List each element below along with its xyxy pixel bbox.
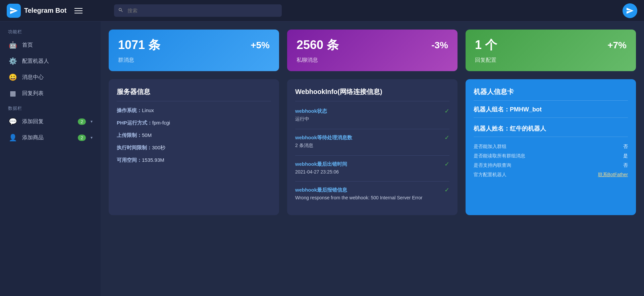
webhook-item-last-error-time: webhook最后出错时间 ✓ 2021-04-27 23:25:06: [295, 160, 449, 175]
webhook-pending-value: 2 条消息: [295, 143, 449, 149]
search-icon: [118, 7, 123, 14]
server-php: PHP运行方式：fpm-fcgi: [117, 120, 271, 126]
server-os: 操作系统：Linux: [117, 107, 271, 114]
webhook-info-title: WebhookInfo(网络连接信息): [295, 87, 449, 101]
bot-info-row-read-all: 是否能读取所有群组消息 是: [474, 153, 628, 159]
webhook-info-card: WebhookInfo(网络连接信息) webhook状态 ✓ 运行中 webh…: [287, 79, 458, 215]
server-exec-limit: 执行时间限制：300秒: [117, 145, 271, 151]
message-icon: 😀: [8, 73, 17, 81]
stat-change: +7%: [607, 40, 627, 51]
stat-card-group-messages: 1071 条 +5% 群消息: [109, 30, 279, 71]
bot-read-all-label: 是否能读取所有群组消息: [474, 153, 525, 159]
add-reply-icon: 💬: [8, 117, 17, 126]
webhook-check-icon: ✓: [444, 134, 449, 141]
webhook-item-status: webhook状态 ✓ 运行中: [295, 107, 449, 122]
server-exec-text: 执行时间限制：300秒: [117, 145, 165, 150]
bot-official-config-value[interactable]: 联系BotFather: [598, 172, 628, 178]
bot-display-name: 机器人姓名：红牛的机器人: [474, 125, 628, 137]
sidebar-item-label: 消息中心: [22, 74, 93, 81]
reply-list-icon: ▦: [8, 89, 17, 97]
bot-official-config-label: 官方配置机器人: [474, 172, 506, 178]
sidebar-item-label: 首页: [22, 42, 93, 49]
server-upload-limit: 上传限制：50M: [117, 132, 271, 139]
sidebar-item-reply-list[interactable]: ▦ 回复列表: [0, 85, 101, 101]
stat-number: 1 个: [475, 37, 497, 53]
server-upload-text: 上传限制：50M: [117, 132, 152, 138]
header-right: [623, 3, 637, 18]
webhook-check-icon: ✓: [444, 107, 449, 115]
webhook-last-error-time-value: 2021-04-27 23:25:06: [295, 169, 449, 175]
chevron-down-icon: ▾: [91, 119, 93, 124]
sidebar-item-label: 配置机器人: [22, 58, 93, 65]
stat-number: 2560 条: [297, 37, 339, 53]
bot-read-all-value: 是: [623, 153, 628, 159]
header: Telegram Bot: [0, 0, 644, 21]
sidebar-item-add-reply[interactable]: 💬 添加回复 2 ▾: [0, 113, 101, 130]
webhook-item-pending: webhook等待处理消息数 ✓ 2 条消息: [295, 134, 449, 149]
config-icon: ⚙️: [8, 57, 17, 65]
bot-inline-value: 否: [623, 162, 628, 168]
sidebar-item-home[interactable]: 🤖 首页: [0, 37, 101, 53]
main-layout: 功能栏 🤖 首页 ⚙️ 配置机器人 😀 消息中心 ▦ 回复列表 数据栏 💬 添加…: [0, 21, 644, 296]
telegram-icon[interactable]: [623, 3, 637, 18]
bot-info-section-title: 机器人信息卡: [474, 87, 628, 101]
server-php-text: PHP运行方式：fpm-fcgi: [117, 120, 170, 126]
stat-number: 1071 条: [118, 37, 160, 53]
sidebar-item-label: 回复列表: [22, 90, 93, 97]
server-info-title: 服务器信息: [117, 87, 271, 101]
bot-join-group-label: 是否能加入群组: [474, 144, 506, 150]
add-reply-badge: 2: [78, 118, 86, 125]
webhook-status-value: 运行中: [295, 116, 449, 122]
sidebar-item-label: 添加回复: [22, 118, 73, 125]
server-info-card: 服务器信息 操作系统：Linux PHP运行方式：fpm-fcgi 上传限制：5…: [109, 79, 279, 215]
logo-icon: [7, 4, 21, 18]
server-disk-space: 可用空间：1535.93M: [117, 157, 271, 163]
add-product-badge: 2: [78, 135, 86, 141]
bot-info-row-official-config[interactable]: 官方配置机器人 联系BotFather: [474, 172, 628, 178]
bot-join-group-value: 否: [623, 144, 628, 150]
sidebar-item-message-center[interactable]: 😀 消息中心: [0, 69, 101, 85]
hamburger-menu[interactable]: [74, 8, 83, 13]
chevron-down-icon: ▾: [91, 135, 93, 140]
app-title: Telegram Bot: [24, 7, 66, 14]
webhook-last-error-msg-title: webhook最后报错信息: [295, 187, 347, 193]
sidebar-section-function: 功能栏: [0, 25, 101, 37]
add-product-icon: 👤: [8, 134, 17, 142]
stat-label: 回复配置: [475, 57, 627, 64]
stats-row: 1071 条 +5% 群消息 2560 条 -3% 私聊消息 1 个 +7% 回…: [109, 30, 636, 71]
bot-inline-label: 是否支持内联查询: [474, 162, 511, 168]
webhook-last-error-msg-value: Wrong response from the webhook: 500 Int…: [295, 195, 449, 200]
home-icon: 🤖: [8, 41, 17, 49]
stat-change: -3%: [431, 40, 448, 51]
search-input[interactable]: [114, 4, 282, 17]
webhook-last-error-time-title: webhook最后出错时间: [295, 161, 347, 167]
stat-label: 群消息: [118, 57, 270, 64]
webhook-item-last-error-msg: webhook最后报错信息 ✓ Wrong response from the …: [295, 186, 449, 200]
webhook-status-title: webhook状态: [295, 108, 327, 114]
search-bar[interactable]: [114, 4, 282, 17]
webhook-check-icon: ✓: [444, 160, 449, 168]
sidebar-item-config-bot[interactable]: ⚙️ 配置机器人: [0, 53, 101, 69]
info-row: 服务器信息 操作系统：Linux PHP运行方式：fpm-fcgi 上传限制：5…: [109, 79, 636, 215]
stat-label: 私聊消息: [297, 57, 448, 64]
webhook-check-icon: ✓: [444, 186, 449, 194]
stat-card-private-messages: 2560 条 -3% 私聊消息: [287, 30, 458, 71]
sidebar-item-label: 添加商品: [22, 134, 73, 141]
sidebar-section-data: 数据栏: [0, 101, 101, 113]
bot-group-name: 机器人组名：PMHW_bot: [474, 105, 628, 118]
server-os-text: 操作系统：Linux: [117, 107, 154, 113]
main-content: 1071 条 +5% 群消息 2560 条 -3% 私聊消息 1 个 +7% 回…: [101, 21, 644, 296]
sidebar-item-add-product[interactable]: 👤 添加商品 2 ▾: [0, 130, 101, 146]
sidebar: 功能栏 🤖 首页 ⚙️ 配置机器人 😀 消息中心 ▦ 回复列表 数据栏 💬 添加…: [0, 21, 101, 296]
bot-info-row-inline: 是否支持内联查询 否: [474, 162, 628, 168]
stat-change: +5%: [251, 40, 270, 51]
bot-info-card: 机器人信息卡 机器人组名：PMHW_bot 机器人姓名：红牛的机器人 是否能加入…: [466, 79, 636, 215]
webhook-pending-title: webhook等待处理消息数: [295, 135, 352, 141]
bot-info-row-join-group: 是否能加入群组 否: [474, 144, 628, 150]
logo-area: Telegram Bot: [7, 4, 107, 18]
stat-card-reply-config: 1 个 +7% 回复配置: [466, 30, 636, 71]
server-disk-text: 可用空间：1535.93M: [117, 157, 164, 163]
